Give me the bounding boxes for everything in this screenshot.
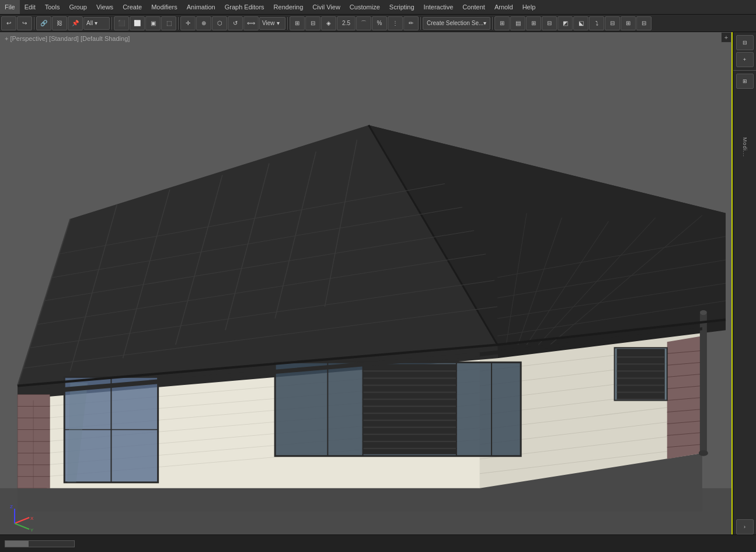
snap-icon: ◈ xyxy=(326,20,331,26)
menu-file[interactable]: File xyxy=(0,0,20,14)
filter-chevron-icon: ▾ xyxy=(95,20,97,26)
scrollbar-thumb xyxy=(5,541,29,547)
rpanel-btn-1[interactable]: ⊟ xyxy=(736,35,754,50)
slate-button[interactable]: ⬕ xyxy=(573,16,588,30)
bind-button[interactable]: 📌 xyxy=(68,16,83,30)
menu-civil-view[interactable]: Civil View xyxy=(308,0,344,14)
select-region-button[interactable]: ⬜ xyxy=(130,16,145,30)
create-selection-button[interactable]: Create Selection Se... ▾ xyxy=(423,17,490,30)
scale-button[interactable]: ⬡ xyxy=(212,16,227,30)
rpanel-expand-icon: › xyxy=(744,524,745,530)
pencil-button[interactable]: ✏ xyxy=(403,16,419,30)
extra-btn1[interactable]: ⊞ xyxy=(621,16,636,30)
main-area: + [Perspective] [Standard] [Default Shad… xyxy=(0,32,756,534)
menu-content[interactable]: Content xyxy=(458,0,490,14)
svg-text:Z: Z xyxy=(10,504,13,509)
separator-5 xyxy=(420,17,421,30)
percent-icon: % xyxy=(377,20,382,26)
menu-help[interactable]: Help xyxy=(518,0,541,14)
extra-btn2[interactable]: ⊟ xyxy=(636,16,652,30)
arc-rotate-button[interactable]: ⌒ xyxy=(356,16,371,30)
percent-button[interactable]: % xyxy=(372,16,387,30)
menu-views[interactable]: Views xyxy=(92,0,118,14)
modifiers-panel-label: Modi... xyxy=(742,137,748,157)
link-icon: 🔗 xyxy=(40,20,47,26)
menu-arnold[interactable]: Arnold xyxy=(490,0,518,14)
align-button[interactable]: ⊞ xyxy=(290,16,305,30)
move-button[interactable]: ✛ xyxy=(180,16,196,30)
viewport[interactable]: + [Perspective] [Standard] [Default Shad… xyxy=(0,32,733,534)
scale-icon: ⬡ xyxy=(217,20,222,26)
select-region-icon: ⬜ xyxy=(134,20,141,26)
menu-animation[interactable]: Animation xyxy=(182,0,220,14)
named-select-icon: ⊞ xyxy=(500,20,504,26)
table-button[interactable]: ⊞ xyxy=(526,16,541,30)
separator-4 xyxy=(287,17,288,30)
rotate-icon: ↺ xyxy=(233,20,238,26)
snap-button[interactable]: ◈ xyxy=(321,16,336,30)
menubar: File Edit Tools Group Views Create Modif… xyxy=(0,0,756,15)
rect-select-button[interactable]: ▣ xyxy=(145,16,161,30)
mirror-button[interactable]: ⟺ xyxy=(243,16,259,30)
menu-rendering[interactable]: Rendering xyxy=(269,0,308,14)
menu-interactive[interactable]: Interactive xyxy=(419,0,458,14)
extra-icon1: ⊞ xyxy=(626,20,630,26)
separator-1 xyxy=(34,17,34,30)
transform-center-icon: ⊕ xyxy=(201,20,206,26)
rotate-button[interactable]: ↺ xyxy=(228,16,243,30)
statusbar xyxy=(0,534,756,552)
menu-customize[interactable]: Customize xyxy=(345,0,385,14)
svg-text:Y: Y xyxy=(30,527,34,533)
svg-marker-57 xyxy=(667,336,702,459)
menu-graph-editors[interactable]: Graph Editors xyxy=(220,0,269,14)
svg-point-103 xyxy=(699,450,708,456)
create-selection-label: Create Selection Se... xyxy=(427,20,483,26)
curve-button[interactable]: ⤵ xyxy=(589,16,604,30)
rpanel-icon-1: ⊟ xyxy=(743,40,747,46)
menu-modifiers[interactable]: Modifiers xyxy=(147,0,182,14)
schematic-icon: ⊟ xyxy=(547,20,552,26)
align-icon: ⊞ xyxy=(295,20,299,26)
filter-dropdown[interactable]: All ▾ xyxy=(83,17,110,30)
view-dropdown[interactable]: View ▾ xyxy=(259,17,285,30)
track-button[interactable]: ▤ xyxy=(510,16,525,30)
menu-edit[interactable]: Edit xyxy=(20,0,40,14)
toolbar: ↩ ↪ 🔗 ⛓ 📌 All ▾ ⬛ ⬜ ▣ ⬚ ✛ ⊕ ⬡ ↺ ⟺ View ▾… xyxy=(0,15,756,32)
rpanel-btn-2[interactable]: + xyxy=(736,52,754,67)
viewport-plus-button[interactable]: + xyxy=(721,32,731,43)
move-icon: ✛ xyxy=(186,20,190,26)
scatter-button[interactable]: ⋮ xyxy=(388,16,403,30)
lasso-select-icon: ⬚ xyxy=(166,20,172,26)
menu-tools[interactable]: Tools xyxy=(40,0,65,14)
material-icon: ◩ xyxy=(563,20,568,26)
schematic-button[interactable]: ⊟ xyxy=(542,16,557,30)
named-select-button[interactable]: ⊞ xyxy=(494,16,510,30)
menu-group[interactable]: Group xyxy=(64,0,92,14)
slate-icon: ⬕ xyxy=(579,20,584,26)
number-display[interactable]: 2.5 xyxy=(337,16,356,30)
curve-icon: ⤵ xyxy=(595,20,598,26)
redo-icon: ↪ xyxy=(22,20,27,26)
separator-2 xyxy=(112,17,112,30)
undo-button[interactable]: ↩ xyxy=(1,16,16,30)
align-center-button[interactable]: ⊟ xyxy=(305,16,320,30)
right-panel: ⊟ + ⊞ Modi... › xyxy=(733,32,756,534)
menu-scripting[interactable]: Scripting xyxy=(385,0,419,14)
link-button[interactable]: 🔗 xyxy=(36,16,51,30)
create-selection-chevron-icon: ▾ xyxy=(483,20,486,26)
material-button[interactable]: ◩ xyxy=(558,16,573,30)
bottom-scrollbar[interactable] xyxy=(5,540,75,547)
menu-create[interactable]: Create xyxy=(118,0,147,14)
transform-center-button[interactable]: ⊕ xyxy=(196,16,211,30)
rpanel-btn-3[interactable]: ⊞ xyxy=(736,74,754,89)
select-button[interactable]: ⬛ xyxy=(114,16,129,30)
lasso-select-button[interactable]: ⬚ xyxy=(161,16,176,30)
viewport-controls: + xyxy=(721,32,731,43)
rpanel-icon-2: + xyxy=(743,57,746,63)
unlink-icon: ⛓ xyxy=(57,20,62,26)
select-icon: ⬛ xyxy=(118,20,125,26)
redo-button[interactable]: ↪ xyxy=(17,16,32,30)
dope-button[interactable]: ⊟ xyxy=(605,16,620,30)
unlink-button[interactable]: ⛓ xyxy=(52,16,67,30)
rpanel-expand-button[interactable]: › xyxy=(736,519,754,534)
